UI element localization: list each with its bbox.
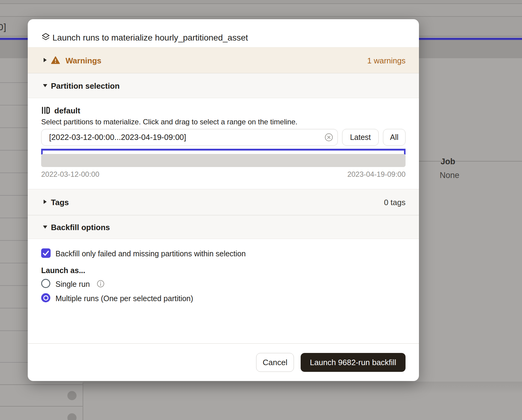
caret-right-icon: [44, 200, 47, 204]
partition-description: Select partitions to materialize. Click …: [41, 118, 297, 126]
timeline-end-date: 2023-04-19-09:00: [347, 170, 406, 179]
all-button[interactable]: All: [383, 129, 406, 146]
screen: 0] Job None Launch runs to materialize h…: [0, 0, 522, 420]
caret-down-icon: [43, 84, 47, 87]
bg-status-dot: [67, 413, 77, 420]
multiple-runs-label[interactable]: Multiple runs (One per selected partitio…: [55, 294, 193, 303]
timeline-start-date: 2022-03-12-00:00: [41, 170, 99, 179]
partition-range-input-wrap: [41, 129, 338, 146]
cancel-button[interactable]: Cancel: [256, 353, 294, 372]
timeline-selection-end-tick: [404, 149, 406, 155]
bg-divider: [419, 161, 522, 162]
partition-section-label: Partition selection: [51, 81, 120, 91]
launch-backfill-dialog: Launch runs to materialize hourly_partit…: [28, 19, 419, 381]
warnings-count-badge: 1 warnings: [367, 56, 406, 66]
backfill-section-label: Backfill options: [51, 223, 110, 232]
footer-divider: [28, 343, 419, 344]
caret-down-icon: [43, 226, 47, 229]
backfill-only-failed-label[interactable]: Backfill only failed and missing partiti…: [55, 249, 246, 258]
warnings-label: Warnings: [66, 56, 101, 66]
bg-status-dot: [67, 391, 77, 400]
backfill-only-failed-checkbox[interactable]: [41, 248, 51, 258]
launch-as-label: Launch as...: [41, 266, 85, 275]
launch-backfill-button[interactable]: Launch 9682-run backfill: [301, 353, 406, 372]
bg-table-rows: [0, 60, 30, 353]
partition-section-toggle[interactable]: Partition selection: [28, 73, 419, 98]
warning-triangle-icon: [51, 55, 60, 65]
tags-section-label: Tags: [51, 198, 69, 207]
timeline-selection-bar: [41, 149, 406, 151]
bg-divider: [0, 362, 30, 363]
caret-right-icon: [44, 58, 47, 62]
timeline-selection-start-tick: [41, 149, 43, 155]
layers-icon: [41, 32, 50, 41]
radio-dot: [44, 296, 48, 300]
single-run-radio[interactable]: [41, 279, 50, 288]
partition-timeline[interactable]: [41, 154, 406, 167]
partition-dimension-name: default: [54, 106, 80, 116]
tags-count-badge: 0 tags: [384, 198, 406, 207]
bg-job-column-value: None: [440, 171, 459, 180]
bg-divider: [0, 384, 83, 385]
partition-icon: [41, 106, 50, 115]
partition-range-input[interactable]: [41, 129, 338, 146]
bg-divider: [0, 406, 83, 407]
latest-button[interactable]: Latest: [342, 129, 379, 146]
backfill-section-toggle[interactable]: Backfill options: [28, 215, 419, 239]
dialog-title: Launch runs to materialize hourly_partit…: [52, 33, 248, 43]
info-icon[interactable]: [97, 280, 105, 288]
bg-top-band: [0, 0, 522, 3]
bg-job-column-header: Job: [441, 157, 455, 166]
bg-clipped-text: 0]: [0, 22, 6, 32]
single-run-label[interactable]: Single run: [55, 280, 90, 289]
tags-section-toggle[interactable]: Tags 0 tags: [28, 189, 419, 215]
bg-divider: [83, 383, 83, 420]
clear-icon[interactable]: [324, 133, 333, 142]
multiple-runs-radio[interactable]: [41, 293, 50, 302]
bg-band: [0, 4, 522, 16]
warnings-section-toggle[interactable]: Warnings 1 warnings: [28, 47, 419, 73]
bg-panel: [83, 382, 522, 420]
